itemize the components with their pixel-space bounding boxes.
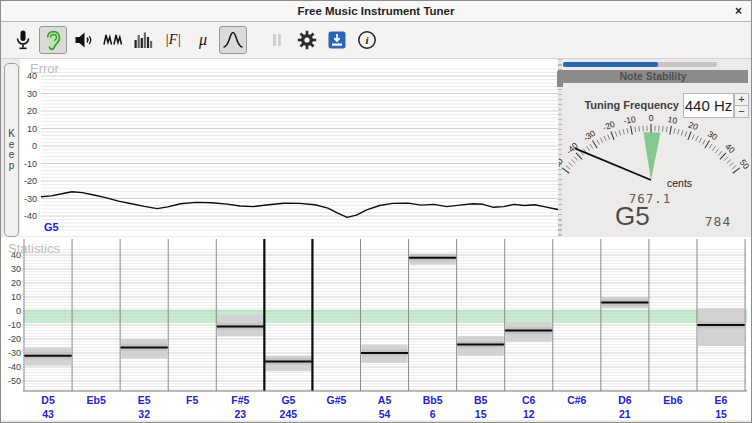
svg-text:32: 32 [138,408,150,420]
svg-text:21: 21 [619,408,631,420]
svg-text:-50: -50 [8,376,21,386]
toolbar-waveform-button[interactable] [99,26,127,54]
window-title: Free Music Instrument Tuner [1,5,751,17]
svg-text:Statistics: Statistics [8,241,61,256]
svg-text:F5: F5 [186,394,198,406]
toolbar-mu-button[interactable]: μ [189,26,217,54]
svg-text:30: 30 [11,264,21,274]
svg-text:10: 10 [667,114,678,126]
svg-text:D6: D6 [618,394,632,406]
close-button[interactable]: × [735,4,742,18]
svg-text:-40: -40 [24,211,37,221]
target-frequency-display: 784 [697,214,739,229]
svg-text:43: 43 [42,408,54,420]
svg-text:12: 12 [523,408,535,420]
svg-text:Error: Error [30,61,60,76]
svg-text:cents: cents [667,177,692,189]
svg-text:E5: E5 [138,394,151,406]
tuning-frequency-label: Tuning Frequency [557,99,679,111]
svg-text:-20: -20 [8,334,21,344]
histogram-icon [131,28,155,52]
svg-text:30: 30 [27,89,37,99]
svg-text:-30: -30 [581,128,597,143]
toolbar-info-button[interactable]: i [353,26,381,54]
svg-text:G5: G5 [281,394,295,406]
svg-text:20: 20 [687,119,700,132]
frequency-increment-button[interactable]: + [735,94,748,106]
main-area: Keep 403020100-10-20-30-40ErrorG5 Note S… [1,59,752,423]
toolbar-ear-button[interactable] [39,26,67,54]
svg-text:-20: -20 [24,176,37,186]
note-stability-panel: Note Stability Tuning Frequency 440 Hz +… [557,59,752,237]
svg-text:23: 23 [234,408,246,420]
svg-text:-10: -10 [24,159,37,169]
panel-header: Note Stability [558,70,748,83]
speaker-icon [71,28,95,52]
svg-text:i: i [365,34,369,46]
toolbar-gaussian-button[interactable] [219,26,247,54]
svg-text:15: 15 [475,408,487,420]
gaussian-icon [221,28,245,52]
svg-text:20: 20 [27,106,37,116]
svg-text:A5: A5 [378,394,392,406]
svg-text:G#5: G#5 [327,394,347,406]
svg-text:Eb5: Eb5 [86,394,105,406]
ear-icon [41,28,65,52]
export-icon [325,28,349,52]
error-chart: 403020100-10-20-30-40ErrorG5 [1,59,559,237]
svg-text:D5: D5 [41,394,55,406]
mu-icon: μ [199,31,207,49]
note-stability-progressbar [563,62,717,67]
svg-text:0: 0 [649,114,654,123]
svg-text:30: 30 [706,129,720,143]
titlebar: Free Music Instrument Tuner × [1,1,751,22]
svg-text:-30: -30 [24,194,37,204]
svg-text:-20: -20 [601,119,616,133]
svg-text:C6: C6 [522,394,536,406]
fourier-icon: |F| [165,32,181,48]
waveform-icon [101,28,125,52]
toolbar-fourier-button[interactable]: |F| [159,26,187,54]
settings-icon [295,28,319,52]
svg-text:-10: -10 [8,320,21,330]
svg-text:C#6: C#6 [567,394,586,406]
microphone-icon [11,28,35,52]
svg-text:6: 6 [430,408,436,420]
statistics-chart: 403020100-10-20-30-40-50StatisticsD543Eb… [1,237,752,423]
svg-text:50: 50 [738,157,749,171]
note-stability-progress-fill [563,62,658,67]
svg-text:B5: B5 [474,394,488,406]
toolbar: |F|μi [1,22,751,59]
svg-text:10: 10 [11,292,21,302]
toolbar-settings-button[interactable] [293,26,321,54]
svg-text:Bb5: Bb5 [423,394,443,406]
toolbar-pause-button[interactable] [263,26,291,54]
app-window: Free Music Instrument Tuner × |F|μi Keep… [0,0,752,423]
svg-text:-30: -30 [8,348,21,358]
toolbar-microphone-button[interactable] [9,26,37,54]
svg-text:245: 245 [280,408,298,420]
toolbar-export-button[interactable] [323,26,351,54]
svg-text:20: 20 [11,278,21,288]
svg-text:-40: -40 [564,140,580,156]
svg-text:15: 15 [715,408,727,420]
svg-text:10: 10 [27,124,37,134]
toolbar-histogram-button[interactable] [129,26,157,54]
detected-note-label: G5 [615,201,650,232]
svg-text:54: 54 [379,408,391,420]
info-icon: i [355,28,379,52]
svg-text:E6: E6 [715,394,728,406]
svg-text:-40: -40 [8,362,21,372]
svg-text:Eb6: Eb6 [663,394,682,406]
svg-text:F#5: F#5 [231,394,249,406]
pause-icon [265,28,289,52]
svg-text:0: 0 [16,306,21,316]
svg-text:0: 0 [32,141,37,151]
toolbar-speaker-button[interactable] [69,26,97,54]
svg-text:-10: -10 [623,114,637,126]
svg-text:G5: G5 [44,221,59,233]
